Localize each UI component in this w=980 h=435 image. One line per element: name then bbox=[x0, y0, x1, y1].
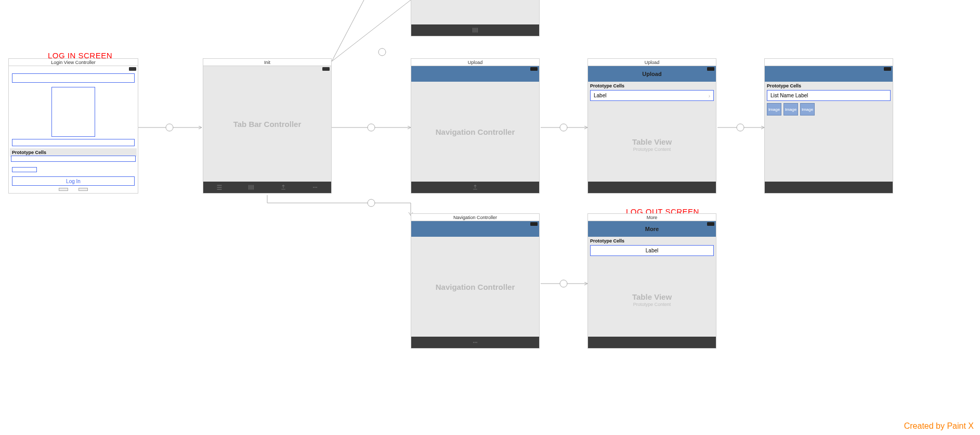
table-row[interactable]: List Name Label bbox=[767, 90, 891, 101]
navbar-upload-table: Upload bbox=[588, 66, 716, 82]
battery-icon bbox=[129, 67, 136, 71]
svg-point-16 bbox=[473, 342, 474, 343]
cell-label: List Name Label bbox=[770, 93, 808, 98]
svg-point-6 bbox=[368, 199, 375, 207]
scene-body-more-table: Table View Prototype Content bbox=[588, 256, 716, 337]
pager-dots bbox=[9, 188, 138, 191]
tableview-label: Table View bbox=[588, 292, 716, 301]
tab-bar-detail bbox=[765, 182, 893, 193]
tabbar-label: Tab Bar Controller bbox=[203, 120, 331, 129]
scene-body-login: Prototype Cells Log In bbox=[9, 66, 138, 193]
scene-nav-more[interactable]: Navigation Controller Navigation Control… bbox=[411, 213, 540, 349]
scene-title-detail bbox=[765, 59, 893, 66]
tab-bar[interactable] bbox=[203, 182, 331, 193]
svg-point-2 bbox=[378, 48, 386, 56]
login-small-field[interactable] bbox=[12, 167, 37, 172]
image-chip[interactable]: Image bbox=[800, 103, 815, 116]
scene-title-more-table: More bbox=[588, 214, 716, 221]
login-textfield-top[interactable] bbox=[12, 73, 135, 83]
scene-more-table[interactable]: More More Prototype Cells Label Table Vi… bbox=[587, 213, 716, 349]
svg-point-10 bbox=[737, 124, 744, 131]
battery-icon bbox=[884, 67, 891, 71]
svg-point-12 bbox=[560, 280, 567, 287]
scene-body-upload-table: Table View Prototype Content bbox=[588, 101, 716, 182]
scene-body-tabbar: Tab Bar Controller bbox=[203, 66, 331, 182]
battery-icon bbox=[707, 222, 714, 226]
scene-body-nav-more: Navigation Controller bbox=[411, 237, 539, 337]
upload-icon[interactable] bbox=[280, 184, 286, 190]
scene-body-scanner bbox=[411, 0, 539, 24]
tableview-label: Table View bbox=[588, 137, 716, 146]
svg-point-17 bbox=[475, 342, 476, 343]
scene-login[interactable]: Login View Controller Prototype Cells Lo… bbox=[8, 58, 138, 194]
scene-title-nav-upload: Upload bbox=[411, 59, 539, 66]
pager-dot bbox=[79, 188, 88, 191]
login-button[interactable]: Log In bbox=[12, 176, 135, 186]
scene-title-nav-more: Navigation Controller bbox=[411, 214, 539, 221]
scene-body-nav-upload: Navigation Controller bbox=[411, 82, 539, 182]
tableview-sub: Prototype Content bbox=[588, 147, 716, 152]
login-textfield-2[interactable] bbox=[12, 139, 135, 146]
scene-scanner-partial[interactable] bbox=[411, 0, 540, 36]
image-chips-row: Image Image Image bbox=[765, 101, 893, 118]
navbar-upload bbox=[411, 66, 539, 82]
navbar-more bbox=[411, 221, 539, 237]
tableview-sub: Prototype Content bbox=[588, 302, 716, 307]
scene-title-tabbar: Init bbox=[203, 59, 331, 66]
tab-bar-upload-table bbox=[588, 182, 716, 193]
tab-bar-more-table bbox=[588, 337, 716, 348]
barcode-icon bbox=[472, 27, 478, 33]
battery-icon bbox=[322, 67, 330, 71]
navbar-detail bbox=[765, 66, 893, 82]
battery-icon bbox=[707, 67, 714, 71]
scene-tabbar[interactable]: Init Tab Bar Controller bbox=[203, 58, 332, 194]
navbar-more-table: More bbox=[588, 221, 716, 237]
battery-icon bbox=[530, 222, 538, 226]
chevron-right-icon: › bbox=[709, 93, 710, 98]
svg-point-15 bbox=[316, 187, 317, 188]
scene-title-login: Login View Controller bbox=[9, 59, 138, 66]
scene-title-upload-table: Upload bbox=[588, 59, 716, 66]
watermark: Created by Paint X bbox=[904, 421, 974, 431]
table-row[interactable]: Label › bbox=[590, 90, 714, 101]
list-icon[interactable] bbox=[216, 184, 223, 190]
nav-title-upload: Upload bbox=[588, 66, 716, 82]
tab-bar-more[interactable] bbox=[411, 337, 539, 348]
prototype-cells-header: Prototype Cells bbox=[588, 82, 716, 90]
battery-icon bbox=[530, 67, 538, 71]
svg-point-18 bbox=[476, 342, 477, 343]
scene-detail-partial[interactable]: Prototype Cells List Name Label Image Im… bbox=[764, 58, 893, 194]
image-chip[interactable]: Image bbox=[783, 103, 798, 116]
pager-dot bbox=[59, 188, 68, 191]
table-row[interactable]: Label bbox=[590, 245, 714, 256]
nav-title-more: More bbox=[588, 221, 716, 237]
cell-label: Label bbox=[646, 248, 658, 253]
image-chip[interactable]: Image bbox=[767, 103, 781, 116]
prototype-cells-header: Prototype Cells bbox=[588, 237, 716, 245]
svg-point-4 bbox=[368, 124, 375, 131]
tab-bar-scanner[interactable] bbox=[411, 24, 539, 36]
login-proto-cell[interactable] bbox=[11, 156, 136, 162]
cell-label: Label bbox=[594, 93, 606, 98]
svg-point-14 bbox=[315, 187, 316, 188]
nav-more-label: Navigation Controller bbox=[411, 283, 539, 291]
barcode-icon[interactable] bbox=[248, 184, 254, 190]
more-icon[interactable] bbox=[312, 184, 318, 190]
scene-nav-upload[interactable]: Upload Navigation Controller bbox=[411, 58, 540, 194]
login-imageview bbox=[51, 87, 95, 137]
more-icon bbox=[472, 339, 478, 346]
tab-bar-upload[interactable] bbox=[411, 182, 539, 193]
prototype-cells-header: Prototype Cells bbox=[765, 82, 893, 90]
upload-icon bbox=[472, 184, 478, 190]
scene-body-detail bbox=[765, 118, 893, 182]
svg-point-13 bbox=[313, 187, 314, 188]
scene-upload-table[interactable]: Upload Upload Prototype Cells Label › Ta… bbox=[587, 58, 716, 194]
svg-point-8 bbox=[560, 124, 567, 131]
svg-point-1 bbox=[166, 124, 173, 131]
nav-upload-label: Navigation Controller bbox=[411, 127, 539, 136]
